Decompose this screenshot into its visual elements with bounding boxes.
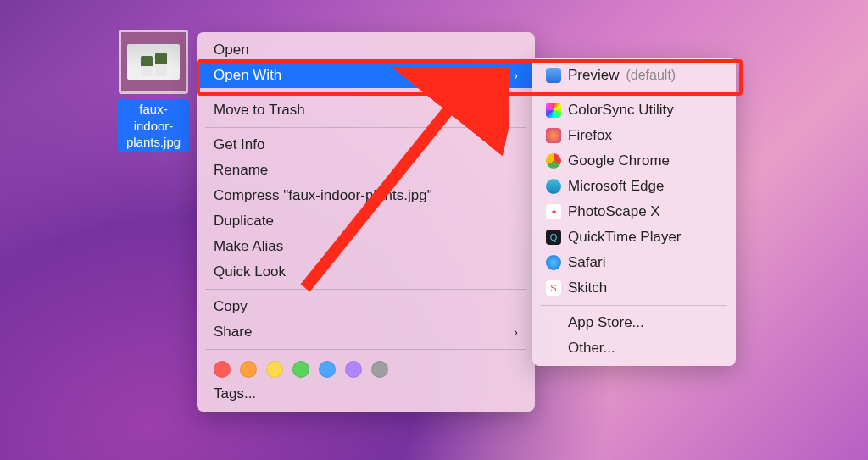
file-thumbnail: [119, 30, 188, 94]
tag-gray[interactable]: [371, 361, 388, 378]
firefox-app-icon: [546, 128, 561, 143]
tag-green[interactable]: [292, 361, 309, 378]
menu-tags[interactable]: Tags...: [197, 381, 535, 407]
open-with-submenu: Preview (default) ColorSync Utility Fire…: [532, 58, 736, 366]
chrome-app-icon: [546, 153, 561, 169]
submenu-photoscape[interactable]: ✦ PhotoScape X: [532, 199, 736, 224]
submenu-app-label: QuickTime Player: [568, 229, 682, 246]
file-name-label: faux-indoor-plants.jpg: [118, 99, 189, 152]
submenu-chrome[interactable]: Google Chrome: [532, 148, 736, 174]
quicktime-app-icon: Q: [546, 230, 561, 245]
menu-separator: [205, 349, 526, 350]
submenu-other-label: Other...: [568, 340, 615, 357]
menu-copy-label: Copy: [214, 298, 248, 315]
submenu-app-label: Safari: [568, 254, 605, 271]
tag-purple[interactable]: [345, 361, 362, 378]
submenu-app-store[interactable]: App Store...: [532, 310, 736, 335]
menu-get-info[interactable]: Get Info: [197, 132, 535, 158]
chevron-right-icon: ›: [514, 69, 518, 82]
submenu-app-label: Microsoft Edge: [568, 178, 664, 195]
photoscape-app-icon: ✦: [546, 204, 561, 219]
menu-share-label: Share: [214, 324, 252, 341]
tag-orange[interactable]: [240, 361, 257, 378]
menu-separator: [205, 127, 526, 128]
menu-compress-label: Compress "faux-indoor-plants.jpg": [214, 187, 432, 204]
safari-app-icon: [546, 255, 561, 270]
context-menu: Open Open With › Move to Trash Get Info …: [197, 32, 535, 412]
submenu-quicktime[interactable]: Q QuickTime Player: [532, 224, 736, 250]
skitch-app-icon: S: [546, 280, 561, 296]
submenu-safari[interactable]: Safari: [532, 250, 736, 275]
submenu-colorsync[interactable]: ColorSync Utility: [532, 97, 736, 123]
menu-open-with[interactable]: Open With ›: [197, 63, 535, 88]
tag-color-row: [197, 354, 535, 381]
submenu-edge[interactable]: Microsoft Edge: [532, 174, 736, 199]
menu-rename-label: Rename: [214, 162, 268, 179]
menu-open-label: Open: [214, 42, 249, 58]
edge-app-icon: [546, 179, 561, 194]
menu-open[interactable]: Open: [197, 37, 535, 63]
menu-separator: [205, 289, 526, 290]
menu-duplicate[interactable]: Duplicate: [197, 208, 535, 234]
submenu-app-label: Skitch: [568, 280, 607, 297]
menu-separator: [205, 92, 526, 93]
menu-move-to-trash[interactable]: Move to Trash: [197, 97, 535, 123]
tag-red[interactable]: [214, 361, 231, 378]
submenu-preview-default[interactable]: Preview (default): [532, 63, 736, 88]
menu-copy[interactable]: Copy: [197, 294, 535, 319]
submenu-firefox[interactable]: Firefox: [532, 123, 736, 148]
chevron-right-icon: ›: [514, 325, 518, 339]
preview-app-icon: [546, 68, 561, 83]
menu-alias-label: Make Alias: [214, 238, 283, 255]
menu-rename[interactable]: Rename: [197, 158, 535, 183]
menu-getinfo-label: Get Info: [214, 136, 264, 153]
submenu-other[interactable]: Other...: [532, 335, 736, 361]
submenu-skitch[interactable]: S Skitch: [532, 275, 736, 301]
menu-duplicate-label: Duplicate: [214, 213, 274, 230]
menu-trash-label: Move to Trash: [214, 102, 305, 119]
menu-share[interactable]: Share ›: [197, 319, 535, 345]
menu-quick-look[interactable]: Quick Look: [197, 259, 535, 285]
menu-separator: [541, 305, 727, 306]
menu-quicklook-label: Quick Look: [214, 263, 286, 280]
colorsync-app-icon: [546, 103, 561, 118]
tag-yellow[interactable]: [266, 361, 283, 378]
menu-open-with-label: Open With: [214, 67, 281, 84]
submenu-app-label: PhotoScape X: [568, 203, 660, 220]
submenu-preview-label: Preview: [568, 67, 619, 84]
file-icon[interactable]: faux-indoor-plants.jpg: [118, 30, 189, 152]
menu-tags-label: Tags...: [214, 385, 256, 402]
submenu-app-label: ColorSync Utility: [568, 102, 674, 119]
submenu-appstore-label: App Store...: [568, 314, 644, 331]
menu-make-alias[interactable]: Make Alias: [197, 234, 535, 259]
tag-blue[interactable]: [319, 361, 336, 378]
menu-compress[interactable]: Compress "faux-indoor-plants.jpg": [197, 183, 535, 208]
submenu-default-suffix: (default): [626, 68, 676, 83]
submenu-app-label: Firefox: [568, 127, 612, 144]
submenu-app-label: Google Chrome: [568, 152, 670, 169]
menu-separator: [541, 92, 727, 93]
